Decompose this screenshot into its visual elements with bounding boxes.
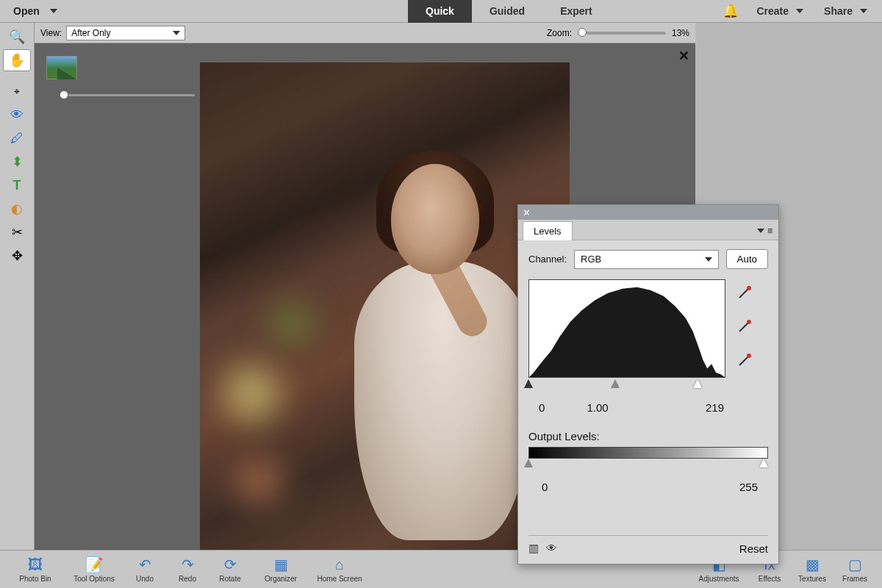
tool-options-icon: 📝 (85, 556, 104, 573)
output-gradient (528, 447, 768, 459)
svg-point-3 (747, 320, 751, 324)
levels-tab[interactable]: Levels (523, 221, 573, 240)
output-black-value[interactable]: 0 (542, 481, 548, 493)
zoom-label: Zoom: (547, 28, 572, 38)
smart-fix-icon (46, 56, 77, 79)
output-slider-row (528, 459, 768, 470)
view-label: View: (40, 28, 62, 38)
svg-point-1 (747, 286, 751, 290)
organizer-icon: ▦ (274, 556, 288, 573)
input-white-value[interactable]: 219 (706, 401, 724, 414)
move-tool[interactable]: ✥ (3, 245, 31, 267)
black-eyedropper-icon[interactable] (734, 282, 755, 303)
tab-guided[interactable]: Guided (472, 0, 542, 23)
white-eyedropper-icon[interactable] (734, 350, 755, 370)
share-label: Share (824, 5, 853, 17)
notification-bell-icon[interactable]: 🔔 (723, 3, 739, 19)
input-mid-handle[interactable] (611, 379, 620, 388)
input-black-handle[interactable] (524, 379, 533, 388)
photo-bin-icon: 🖼 (28, 556, 43, 573)
levels-panel-menu[interactable]: ≡ (757, 226, 772, 240)
close-document-icon[interactable]: ✕ (678, 48, 689, 64)
output-levels-label: Output Levels: (528, 430, 768, 442)
levels-panel: ✕ Levels ≡ Channel: RGB Auto (517, 204, 779, 564)
toolbox: 🔍 ✋ ⌖ 👁 🖊 ⬍ T ◐ ✂ ✥ (0, 23, 35, 550)
bb-undo[interactable]: ↶Undo (123, 551, 166, 588)
document-image[interactable] (200, 62, 570, 555)
input-slider-row (528, 379, 725, 391)
bb-frames[interactable]: ▢Frames (833, 556, 876, 583)
hand-tool[interactable]: ✋ (3, 49, 31, 71)
open-menu[interactable]: Open (0, 0, 71, 22)
output-black-handle[interactable] (524, 459, 533, 467)
redeye-tool[interactable]: 👁 (3, 104, 31, 126)
type-tool[interactable]: T (3, 174, 31, 196)
zoom-slider[interactable] (578, 32, 666, 35)
view-value: After Only (71, 28, 110, 38)
tab-quick[interactable]: Quick (408, 0, 472, 23)
chevron-down-icon (173, 31, 180, 35)
whiten-tool[interactable]: 🖊 (3, 127, 31, 149)
smart-fix-slider[interactable] (60, 94, 195, 96)
output-white-handle[interactable] (759, 459, 768, 467)
create-label: Create (756, 5, 789, 17)
crop-tool[interactable]: ✂ (3, 221, 31, 243)
input-black-value[interactable]: 0 (539, 401, 545, 414)
view-select[interactable]: After Only (66, 26, 185, 40)
bb-photo-bin[interactable]: 🖼Photo Bin (6, 551, 65, 588)
zoom-tool[interactable]: 🔍 (3, 26, 31, 48)
svg-point-5 (747, 354, 751, 358)
levels-auto-button[interactable]: Auto (726, 249, 768, 269)
channel-select[interactable]: RGB (574, 250, 719, 269)
bb-rotate[interactable]: ⟳Rotate (209, 551, 251, 588)
zoom-value: 13% (672, 28, 689, 38)
zoom-thumb[interactable] (578, 28, 587, 37)
bb-tool-options[interactable]: 📝Tool Options (65, 551, 123, 588)
home-screen-icon: ⌂ (335, 556, 344, 573)
bb-textures[interactable]: ▩Textures (791, 556, 833, 583)
view-bar: View: After Only Zoom: 13% (35, 23, 695, 43)
redo-icon: ↷ (182, 556, 194, 573)
share-menu[interactable]: Share (817, 5, 875, 17)
channel-value: RGB (581, 254, 601, 265)
bb-redo[interactable]: ↷Redo (166, 551, 209, 588)
frames-icon: ▢ (848, 556, 862, 573)
reset-button[interactable]: Reset (739, 542, 768, 555)
straighten-tool[interactable]: ⬍ (3, 151, 31, 173)
chevron-down-icon (796, 9, 803, 13)
eyedropper-group (734, 282, 755, 370)
quick-select-tool[interactable]: ⌖ (3, 80, 31, 102)
gray-eyedropper-icon[interactable] (734, 316, 755, 337)
spot-heal-tool[interactable]: ◐ (3, 198, 31, 220)
tab-expert[interactable]: Expert (542, 0, 610, 23)
input-mid-value[interactable]: 1.00 (587, 401, 608, 414)
top-right-group: 🔔 Create Share (723, 0, 882, 22)
textures-icon: ▩ (806, 556, 820, 573)
preview-eye-icon[interactable]: 👁 (546, 542, 557, 555)
rotate-icon: ⟳ (224, 556, 237, 573)
chevron-down-icon (705, 257, 712, 262)
svg-line-2 (739, 323, 748, 331)
svg-line-0 (739, 289, 748, 298)
clip-toggle-icon[interactable]: ▥ (528, 542, 539, 555)
zoom-control: Zoom: 13% (547, 28, 689, 38)
create-menu[interactable]: Create (749, 5, 811, 17)
bb-organizer[interactable]: ▦Organizer (251, 551, 310, 588)
input-white-handle[interactable] (693, 379, 702, 388)
output-white-value[interactable]: 255 (739, 481, 758, 493)
levels-titlebar[interactable]: ✕ (518, 205, 778, 220)
mode-tabs: Quick Guided Expert (408, 0, 610, 23)
svg-line-4 (739, 356, 748, 365)
undo-icon: ↶ (139, 556, 151, 573)
levels-tabs: Levels ≡ (518, 220, 778, 240)
slider-thumb[interactable] (60, 90, 68, 99)
chevron-down-icon (757, 229, 764, 233)
channel-label: Channel: (528, 254, 567, 265)
bb-home-screen[interactable]: ⌂Home Screen (310, 551, 369, 588)
top-bar: Open Quick Guided Expert 🔔 Create Share (0, 0, 882, 23)
histogram (528, 279, 725, 378)
chevron-down-icon (860, 9, 867, 13)
open-label: Open (13, 5, 40, 17)
chevron-down-icon (50, 9, 57, 13)
close-icon[interactable]: ✕ (523, 207, 531, 218)
